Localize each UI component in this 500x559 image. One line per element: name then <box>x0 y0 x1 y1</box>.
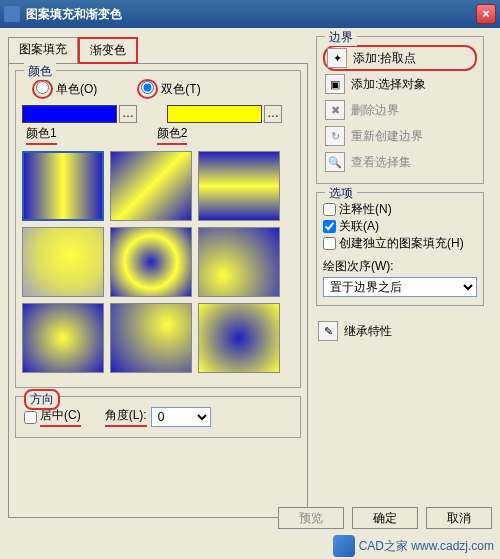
view-icon: 🔍 <box>325 152 345 172</box>
gradient-thumb[interactable] <box>110 303 192 373</box>
gradient-thumb[interactable] <box>198 227 280 297</box>
independent-checkbox[interactable]: 创建独立的图案填充(H) <box>323 235 477 252</box>
delete-boundary-button: ✖ 删除边界 <box>323 97 477 123</box>
color-group: 颜色 单色(O) 双色(T) … <box>15 70 301 388</box>
direction-group-title: 方向 <box>24 389 60 410</box>
options-title: 选项 <box>325 185 357 202</box>
add-select-button[interactable]: ▣ 添加:选择对象 <box>323 71 477 97</box>
tab-body: 颜色 单色(O) 双色(T) … <box>8 63 308 518</box>
color1-swatch[interactable] <box>22 105 117 123</box>
boundary-title: 边界 <box>325 29 357 46</box>
watermark-logo-icon <box>333 535 355 557</box>
left-pane: 图案填充 渐变色 颜色 单色(O) 双色(T) <box>8 36 308 520</box>
recreate-boundary-button: ↻ 重新创建边界 <box>323 123 477 149</box>
right-pane: 边界 ✦ 添加:拾取点 ▣ 添加:选择对象 ✖ 删除边界 ↻ 重新创建边界 🔍 … <box>316 36 484 520</box>
footer: 预览 确定 取消 <box>8 507 492 529</box>
radio-single[interactable]: 单色(O) <box>32 79 97 99</box>
select-object-icon: ▣ <box>325 74 345 94</box>
gradient-thumb[interactable] <box>198 151 280 221</box>
center-checkbox[interactable]: 居中(C) <box>24 407 81 427</box>
boundary-group: 边界 ✦ 添加:拾取点 ▣ 添加:选择对象 ✖ 删除边界 ↻ 重新创建边界 🔍 … <box>316 36 484 184</box>
add-pick-point-button[interactable]: ✦ 添加:拾取点 <box>323 45 477 71</box>
gradient-thumb[interactable] <box>198 303 280 373</box>
color1-picker[interactable]: … <box>119 105 137 123</box>
pick-point-icon: ✦ <box>327 48 347 68</box>
tab-pattern[interactable]: 图案填充 <box>8 37 78 64</box>
options-group: 选项 注释性(N) 关联(A) 创建独立的图案填充(H) 绘图次序(W): 置于… <box>316 192 484 306</box>
recreate-icon: ↻ <box>325 126 345 146</box>
delete-icon: ✖ <box>325 100 345 120</box>
gradient-thumb[interactable] <box>22 151 104 221</box>
radio-double[interactable]: 双色(T) <box>137 79 200 99</box>
draw-order-label: 绘图次序(W): <box>323 258 477 275</box>
gradient-thumb[interactable] <box>22 303 104 373</box>
gradient-thumb[interactable] <box>110 151 192 221</box>
color2-label: 颜色2 <box>157 125 188 145</box>
annotative-checkbox[interactable]: 注释性(N) <box>323 201 477 218</box>
close-button[interactable]: × <box>476 4 496 24</box>
angle-input[interactable]: 0 <box>151 407 211 427</box>
color-group-title: 颜色 <box>24 63 56 80</box>
preview-button: 预览 <box>278 507 344 529</box>
gradient-grid <box>22 151 294 373</box>
inherit-button[interactable]: ✎ 继承特性 <box>316 318 484 344</box>
color2-picker[interactable]: … <box>264 105 282 123</box>
angle-label: 角度(L): <box>105 407 147 427</box>
tab-gradient[interactable]: 渐变色 <box>78 37 138 64</box>
gradient-thumb[interactable] <box>110 227 192 297</box>
cancel-button[interactable]: 取消 <box>426 507 492 529</box>
color2-swatch[interactable] <box>167 105 262 123</box>
titlebar: 图案填充和渐变色 × <box>0 0 500 28</box>
inherit-icon: ✎ <box>318 321 338 341</box>
gradient-thumb[interactable] <box>22 227 104 297</box>
view-selection-button: 🔍 查看选择集 <box>323 149 477 175</box>
tabs: 图案填充 渐变色 <box>8 36 308 63</box>
client-area: 图案填充 渐变色 颜色 单色(O) 双色(T) <box>0 28 500 528</box>
ok-button[interactable]: 确定 <box>352 507 418 529</box>
watermark: CAD之家 www.cadzj.com <box>333 535 494 557</box>
associative-checkbox[interactable]: 关联(A) <box>323 218 477 235</box>
window-title: 图案填充和渐变色 <box>26 6 476 23</box>
app-icon <box>4 6 20 22</box>
draw-order-select[interactable]: 置于边界之后 <box>323 277 477 297</box>
direction-group: 方向 居中(C) 角度(L): 0 <box>15 396 301 438</box>
color1-label: 颜色1 <box>26 125 57 145</box>
